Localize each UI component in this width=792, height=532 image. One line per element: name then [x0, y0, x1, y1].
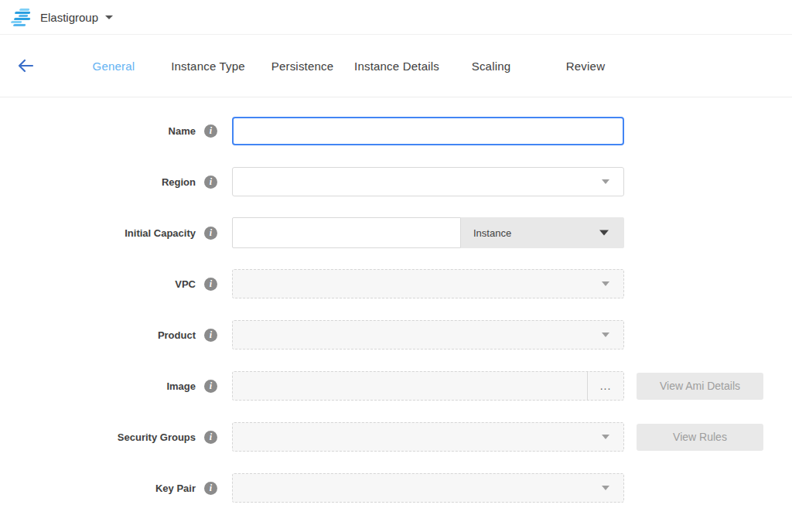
- key-pair-field-row: Key Pair i: [0, 472, 792, 503]
- region-caret-icon: [602, 179, 609, 184]
- image-info-icon[interactable]: i: [204, 380, 217, 393]
- key-pair-caret-icon: [602, 486, 609, 490]
- back-arrow-icon[interactable]: [15, 56, 36, 76]
- elastigroup-logo-icon: [10, 7, 33, 27]
- general-settings-form: Name i Region i Initial Capacity i Insta…: [0, 97, 792, 503]
- key-pair-label: Key Pair: [155, 483, 196, 494]
- image-picker[interactable]: ...: [232, 371, 624, 401]
- image-label: Image: [166, 380, 196, 392]
- image-picker-value: [233, 372, 587, 400]
- name-info-icon[interactable]: i: [204, 124, 217, 138]
- app-switcher-label[interactable]: Elastigroup: [40, 11, 98, 24]
- image-field-row: Image i ... View Ami Details: [0, 370, 792, 401]
- product-select[interactable]: [232, 320, 624, 350]
- security-groups-label: Security Groups: [118, 431, 196, 443]
- capacity-unit-value: Instance: [473, 227, 511, 239]
- product-label: Product: [158, 329, 196, 341]
- tab-review[interactable]: Review: [538, 60, 633, 73]
- security-groups-field-row: Security Groups i View Rules: [0, 421, 792, 452]
- initial-capacity-label: Initial Capacity: [125, 227, 196, 239]
- product-field-row: Product i: [0, 319, 792, 350]
- capacity-unit-caret-icon: [599, 230, 609, 236]
- security-groups-caret-icon: [602, 435, 609, 439]
- vpc-label: VPC: [175, 278, 196, 290]
- tab-instance-details[interactable]: Instance Details: [350, 60, 444, 73]
- key-pair-info-icon[interactable]: i: [204, 482, 217, 495]
- tab-general[interactable]: General: [67, 60, 161, 73]
- region-info-icon[interactable]: i: [204, 176, 217, 189]
- product-caret-icon: [602, 332, 609, 337]
- name-label: Name: [169, 125, 196, 137]
- vpc-caret-icon: [602, 281, 609, 286]
- top-header-bar: Elastigroup: [0, 0, 792, 35]
- wizard-tabs: General Instance Type Persistence Instan…: [67, 60, 633, 73]
- key-pair-select[interactable]: [232, 473, 624, 503]
- image-browse-button[interactable]: ...: [587, 372, 623, 400]
- initial-capacity-field-row: Initial Capacity i Instance: [0, 217, 792, 248]
- initial-capacity-info-icon[interactable]: i: [204, 227, 217, 240]
- name-field-row: Name i: [0, 115, 792, 146]
- capacity-unit-select[interactable]: Instance: [461, 217, 624, 248]
- app-switcher-caret-icon[interactable]: [105, 15, 113, 19]
- security-groups-info-icon[interactable]: i: [204, 431, 217, 444]
- vpc-field-row: VPC i: [0, 268, 792, 299]
- initial-capacity-input[interactable]: [232, 217, 461, 248]
- tab-persistence[interactable]: Persistence: [255, 60, 350, 73]
- view-rules-button[interactable]: View Rules: [637, 424, 763, 451]
- region-select[interactable]: [232, 167, 624, 196]
- region-label: Region: [162, 176, 196, 188]
- tab-scaling[interactable]: Scaling: [444, 60, 538, 73]
- vpc-info-icon[interactable]: i: [204, 278, 217, 291]
- product-info-icon[interactable]: i: [204, 329, 217, 342]
- tab-instance-type[interactable]: Instance Type: [161, 60, 255, 73]
- region-field-row: Region i: [0, 166, 792, 197]
- wizard-tab-bar: General Instance Type Persistence Instan…: [0, 35, 792, 97]
- view-ami-details-button[interactable]: View Ami Details: [637, 373, 763, 400]
- vpc-select[interactable]: [232, 269, 624, 298]
- name-input[interactable]: [232, 117, 624, 145]
- security-groups-select[interactable]: [232, 422, 624, 452]
